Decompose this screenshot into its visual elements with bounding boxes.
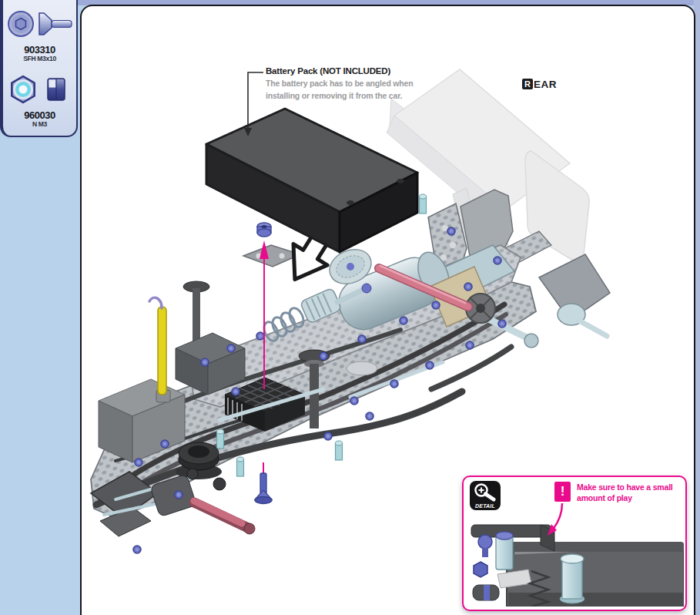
rear-label-boxed-letter: R (522, 79, 533, 89)
detail-inset: DETAIL ! Make sure to have a small amoun… (462, 476, 687, 611)
detail-magnifier-icon: DETAIL (470, 481, 501, 510)
part-number: 960030 (3, 110, 76, 120)
battery-pack-title: Battery Pack (NOT INCLUDED) (266, 66, 390, 76)
manual-page: 903310 SFH M3x10 960030 N M3 (0, 0, 700, 615)
flat-head-screw-icon (5, 5, 75, 42)
rear-label: REAR (522, 77, 557, 91)
detail-caption: Make sure to have a small amount of play (577, 482, 683, 503)
part-code: SFH M3x10 (3, 55, 76, 62)
part-number: 903310 (3, 45, 76, 55)
battery-pack-note: The battery pack has to be angled when i… (266, 78, 414, 102)
warning-exclamation-badge: ! (554, 482, 571, 502)
magnifier-glyph (470, 481, 501, 502)
part-callout-screw: 903310 SFH M3x10 (3, 5, 76, 62)
part-callout-nut: 960030 N M3 (3, 72, 76, 128)
lock-nut-icon (5, 72, 75, 107)
detail-icon-label: DETAIL (470, 503, 501, 509)
parts-callout-panel: 903310 SFH M3x10 960030 N M3 (0, 0, 78, 137)
part-code: N M3 (3, 120, 76, 128)
rear-label-text: EAR (534, 79, 557, 90)
